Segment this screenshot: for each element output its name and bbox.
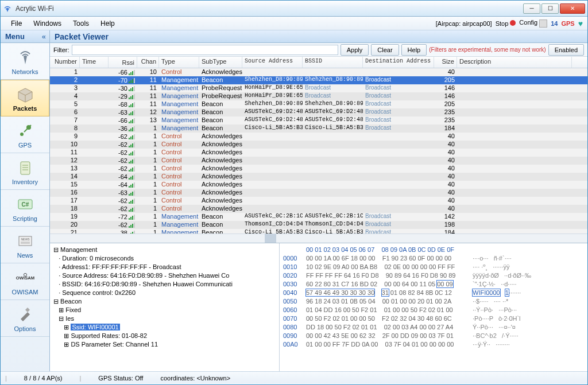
col-chan[interactable]: Chan bbox=[137, 57, 159, 68]
filter-label: Filter: bbox=[53, 46, 69, 53]
config-icon bbox=[539, 20, 547, 28]
table-row[interactable]: 6-6312ManagementBeaconASUSTekC_69:D2:48A… bbox=[50, 108, 587, 116]
clipboard-icon bbox=[16, 158, 35, 177]
menu-help[interactable]: Help bbox=[95, 18, 121, 29]
csharp-icon: C# bbox=[16, 195, 35, 214]
col-size[interactable]: Size bbox=[434, 57, 457, 68]
minimize-button[interactable]: ─ bbox=[523, 3, 540, 14]
sidebar-item-inventory[interactable]: Inventory bbox=[1, 153, 49, 190]
menu-windows[interactable]: Windows bbox=[28, 18, 67, 29]
table-row[interactable]: 11-621ControlAcknowledges40 bbox=[50, 149, 587, 157]
titlebar: Acrylic Wi-Fi ─ ☐ ✕ bbox=[1, 1, 587, 17]
maximize-button[interactable]: ☐ bbox=[541, 3, 559, 14]
table-row[interactable]: 15-641ControlAcknowledges40 bbox=[50, 181, 587, 189]
sidebar-item-options[interactable]: Options bbox=[1, 300, 49, 337]
svg-point-0 bbox=[20, 133, 24, 136]
hex-pane[interactable]: 0000001000200030004000500060007000800090… bbox=[280, 243, 587, 371]
table-row[interactable]: 19-721ManagementBeaconASUSTekC_0C:2B:1CA… bbox=[50, 213, 587, 221]
svg-point-1 bbox=[26, 125, 31, 130]
app-title: Acrylic Wi-Fi bbox=[16, 5, 54, 13]
col-rssi[interactable]: Rssi bbox=[109, 57, 137, 68]
table-row[interactable]: 21-381ManagementBeaconCisco-Li_5B:A5:B3C… bbox=[50, 229, 587, 234]
close-button[interactable]: ✕ bbox=[560, 3, 585, 14]
sidebar-header[interactable]: Menu« bbox=[1, 30, 49, 43]
table-row[interactable]: 14-641ControlAcknowledges40 bbox=[50, 173, 587, 181]
table-row[interactable]: 2-7011ManagementBeaconShehzhen_D8:90:89S… bbox=[50, 76, 587, 84]
table-row[interactable]: 10-621ControlAcknowledges40 bbox=[50, 141, 587, 149]
news-icon: NEWS bbox=[16, 231, 35, 251]
table-row[interactable]: 17-621ControlAcknowledges40 bbox=[50, 197, 587, 205]
sidebar-item-scripting[interactable]: C# Scripting bbox=[1, 190, 49, 227]
table-row[interactable]: 9-621ControlAcknowledges40 bbox=[50, 133, 587, 141]
table-row[interactable]: 8-361ManagementBeaconCisco-Li_5B:A5:B3Ci… bbox=[50, 125, 587, 133]
col-type[interactable]: Type bbox=[159, 57, 199, 68]
sidebar-item-packets[interactable]: Packets bbox=[1, 80, 49, 116]
filter-warning: (Filters are experimental, some may not … bbox=[429, 46, 546, 53]
svg-rect-2 bbox=[21, 162, 30, 174]
detail-split: ⊟ Management · Duration: 0 microseconds … bbox=[50, 243, 587, 371]
table-row[interactable]: 20-621ManagementBeaconThomsonI_CD:D4:D4T… bbox=[50, 221, 587, 229]
ap-count: 14 bbox=[551, 20, 558, 27]
col-number[interactable]: Number bbox=[50, 57, 80, 68]
status-gps: GPS Status: Off bbox=[98, 375, 143, 382]
box-icon bbox=[16, 84, 35, 104]
airpcap-status: [Airpcap: airpcap00] bbox=[436, 20, 492, 27]
sidebar-item-owisam[interactable]: OWISAM OWISAM bbox=[1, 263, 49, 300]
tools-icon bbox=[16, 305, 35, 324]
table-row[interactable]: 5-6811ManagementBeaconShehzhen_D8:90:89S… bbox=[50, 100, 587, 108]
app-icon bbox=[3, 4, 12, 13]
table-row[interactable]: 4-2911ManagementProbeRequestHonHaiPr_D8:… bbox=[50, 92, 587, 100]
selected-ssid[interactable]: Ssid: WIFI00001 bbox=[71, 324, 119, 330]
enabled-button[interactable]: Enabled bbox=[548, 44, 584, 56]
horizontal-scrollbar[interactable] bbox=[50, 234, 587, 243]
heart-icon: ♥ bbox=[578, 19, 583, 28]
col-subtype[interactable]: SubType bbox=[199, 57, 242, 68]
table-row[interactable]: 7-6613ManagementBeaconASUSTekC_69:D2:48A… bbox=[50, 116, 587, 125]
main-panel: Packet Viewer Filter: Apply Clear Help (… bbox=[50, 30, 587, 371]
satellite-icon bbox=[16, 121, 35, 141]
tree-pane[interactable]: ⊟ Management · Duration: 0 microseconds … bbox=[50, 243, 280, 371]
status-aps: 8 / 8 / 4 AP(s) bbox=[24, 375, 63, 382]
menubar: File Windows Tools Help [Airpcap: airpca… bbox=[1, 17, 587, 30]
menu-file[interactable]: File bbox=[5, 18, 28, 29]
svg-text:NEWS: NEWS bbox=[21, 238, 30, 241]
help-button[interactable]: Help bbox=[401, 44, 427, 56]
table-row[interactable]: 18-621ControlAcknowledges40 bbox=[50, 205, 587, 213]
col-time[interactable]: Time bbox=[80, 57, 109, 68]
sidebar-item-networks[interactable]: Networks bbox=[1, 43, 49, 80]
chevron-left-icon: « bbox=[42, 32, 46, 41]
table-row[interactable]: 1-6610ControlAcknowledges40 bbox=[50, 68, 587, 76]
table-row[interactable]: 3-3011ManagementProbeRequestHonHaiPr_D8:… bbox=[50, 84, 587, 92]
apply-button[interactable]: Apply bbox=[341, 44, 369, 56]
col-desc[interactable]: Description bbox=[457, 57, 572, 68]
col-source[interactable]: Source Address bbox=[242, 57, 303, 68]
filter-input[interactable] bbox=[72, 45, 338, 55]
svg-text:C#: C# bbox=[21, 201, 29, 208]
config-button[interactable]: Config bbox=[519, 19, 547, 27]
table-row[interactable]: 12-621ControlAcknowledges40 bbox=[50, 157, 587, 165]
menu-tools[interactable]: Tools bbox=[67, 18, 95, 29]
record-icon bbox=[510, 20, 516, 26]
table-row[interactable]: 13-621ControlAcknowledges40 bbox=[50, 165, 587, 173]
grid-body[interactable]: 1-6610ControlAcknowledges402-7011Managem… bbox=[50, 68, 587, 234]
col-dest[interactable]: Destination Address bbox=[363, 57, 434, 68]
packet-grid: Number Time Rssi Chan Type SubType Sourc… bbox=[50, 57, 587, 243]
filter-bar: Filter: Apply Clear Help (Filters are ex… bbox=[50, 43, 587, 57]
sidebar-item-news[interactable]: NEWS News bbox=[1, 227, 49, 263]
table-row[interactable]: 16-631ControlAcknowledges40 bbox=[50, 189, 587, 197]
grid-header[interactable]: Number Time Rssi Chan Type SubType Sourc… bbox=[50, 57, 587, 68]
sidebar: Menu« Networks Packets GPS Inventory C# … bbox=[1, 30, 50, 371]
col-bssid[interactable]: BSSID bbox=[303, 57, 363, 68]
sidebar-item-gps[interactable]: GPS bbox=[1, 116, 49, 153]
owisam-icon: OWISAM bbox=[16, 268, 35, 287]
status-coords: coordinates: <Unknown> bbox=[160, 375, 230, 382]
panel-title: Packet Viewer bbox=[50, 30, 587, 43]
gps-indicator: GPS bbox=[561, 20, 574, 27]
clear-button[interactable]: Clear bbox=[371, 44, 399, 56]
stop-button[interactable]: Stop bbox=[496, 20, 516, 27]
antenna-icon bbox=[16, 48, 35, 67]
statusbar: | 8 / 8 / 4 AP(s) | GPS Status: Off coor… bbox=[1, 371, 587, 384]
tree-ssid-line[interactable]: ⊞ Ssid: WIFI00001 bbox=[53, 323, 276, 332]
